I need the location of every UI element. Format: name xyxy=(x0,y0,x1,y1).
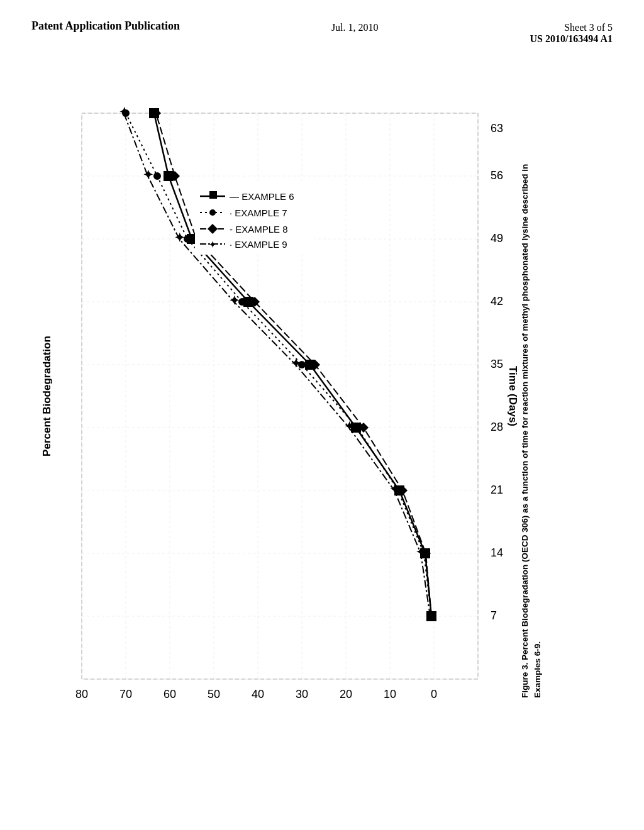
page-header: Patent Application Publication Jul. 1, 2… xyxy=(0,0,644,51)
svg-text:70: 70 xyxy=(119,688,132,700)
svg-point-56 xyxy=(184,235,191,243)
svg-text:10: 10 xyxy=(384,688,396,700)
publication-title: Patent Application Publication xyxy=(31,19,180,33)
svg-text:- EXAMPLE 8: - EXAMPLE 8 xyxy=(230,224,288,235)
svg-text:· EXAMPLE 9: · EXAMPLE 9 xyxy=(230,239,287,250)
svg-text:✦: ✦ xyxy=(389,482,400,496)
svg-text:60: 60 xyxy=(164,688,176,700)
publication-date: Jul. 1, 2010 xyxy=(331,19,379,33)
publication-title-text: Patent Application Publication xyxy=(31,19,180,32)
svg-rect-79 xyxy=(209,191,217,199)
svg-text:30: 30 xyxy=(296,688,308,700)
sheet-info: Sheet 3 of 5 xyxy=(530,22,613,33)
svg-text:· EXAMPLE 7: · EXAMPLE 7 xyxy=(230,208,287,218)
svg-point-57 xyxy=(153,172,161,180)
svg-text:✦: ✦ xyxy=(229,294,240,307)
svg-text:✦: ✦ xyxy=(209,240,216,250)
svg-text:✦: ✦ xyxy=(174,231,185,245)
svg-text:80: 80 xyxy=(75,688,88,700)
svg-text:✦: ✦ xyxy=(425,608,436,622)
svg-text:40: 40 xyxy=(252,688,264,700)
svg-text:0: 0 xyxy=(431,688,437,700)
figure-caption: Figure 3. Percent Biodegradation (OECD 3… xyxy=(459,132,604,698)
chart-wrapper: 80 70 60 50 40 30 20 10 0 Percent Biodeg… xyxy=(31,101,585,717)
svg-text:✦: ✦ xyxy=(143,168,153,182)
svg-text:20: 20 xyxy=(340,688,352,700)
svg-point-82 xyxy=(209,209,216,216)
svg-point-55 xyxy=(238,298,246,306)
svg-text:✦: ✦ xyxy=(119,105,130,119)
figure-caption-text: Figure 3. Percent Biodegradation (OECD 3… xyxy=(519,132,545,698)
svg-text:✦: ✦ xyxy=(291,357,301,370)
sheet-and-patent: Sheet 3 of 5 US 2010/163494 A1 xyxy=(530,19,613,45)
svg-text:Percent Biodegradation: Percent Biodegradation xyxy=(41,336,53,456)
svg-text:✦: ✦ xyxy=(344,419,355,433)
svg-text:✦: ✦ xyxy=(416,545,426,559)
svg-text:— EXAMPLE 6: — EXAMPLE 6 xyxy=(230,191,294,202)
chart-container: 80 70 60 50 40 30 20 10 0 Percent Biodeg… xyxy=(31,101,585,717)
patent-number: US 2010/163494 A1 xyxy=(530,33,613,45)
svg-text:50: 50 xyxy=(208,688,220,700)
